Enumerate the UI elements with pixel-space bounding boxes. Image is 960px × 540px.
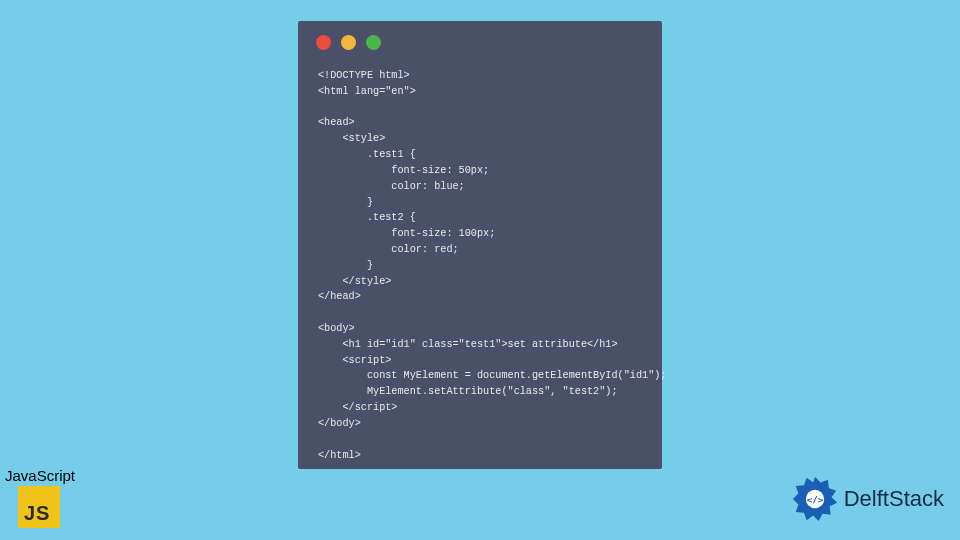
- javascript-badge: JavaScript JS: [4, 467, 75, 528]
- window-controls: [298, 21, 662, 60]
- javascript-logo-text: JS: [24, 502, 50, 525]
- javascript-label: JavaScript: [4, 467, 75, 484]
- minimize-icon: [341, 35, 356, 50]
- brand-name: DelftStack: [844, 486, 944, 512]
- javascript-logo-icon: JS: [18, 486, 60, 528]
- brand-badge: </> DelftStack: [792, 476, 944, 522]
- brand-logo-icon: </>: [792, 476, 838, 522]
- code-content: <!DOCTYPE html> <html lang="en"> <head> …: [298, 60, 662, 479]
- code-window: <!DOCTYPE html> <html lang="en"> <head> …: [298, 21, 662, 469]
- svg-text:</>: </>: [806, 494, 823, 505]
- close-icon: [316, 35, 331, 50]
- maximize-icon: [366, 35, 381, 50]
